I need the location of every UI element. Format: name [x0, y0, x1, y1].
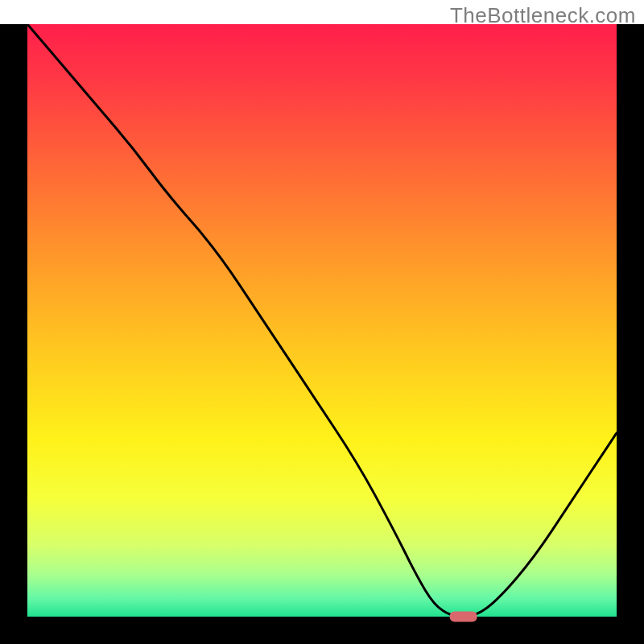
optimal-marker — [450, 612, 477, 622]
plot-area — [27, 24, 617, 617]
bottleneck-chart — [0, 24, 644, 644]
chart-frame: TheBottleneck.com — [0, 0, 644, 644]
watermark-text: TheBottleneck.com — [450, 3, 636, 28]
